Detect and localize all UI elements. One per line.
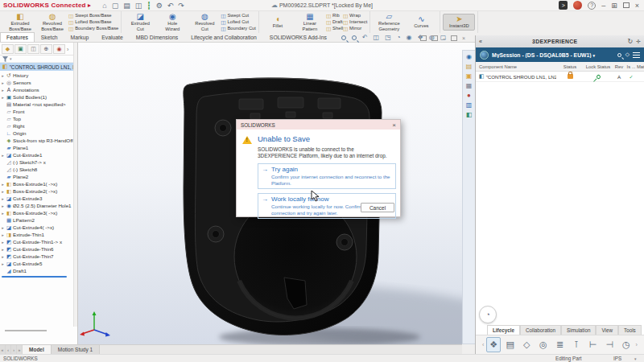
tree-item-origin[interactable]: ∟Origin <box>0 130 73 137</box>
ribbon-small-button[interactable]: ◫Boundary Cut <box>221 26 256 31</box>
save-icon[interactable]: ◫ <box>135 2 142 10</box>
3dexperience-pane-icon[interactable]: ◉ <box>466 53 472 60</box>
tree-item-stock-from-stp-r3-handoff-btc[interactable]: ◈Stock-from stp R3-HandOff-BTC <box>0 137 73 144</box>
tab-evaluate[interactable]: Evaluate <box>95 32 129 42</box>
panel-tab-collaboration[interactable]: Collaboration <box>520 325 561 335</box>
try-again-option[interactable]: →Try again Confirm your internet connect… <box>258 163 396 189</box>
design-library-icon[interactable]: ▤ <box>466 63 473 70</box>
ribbon-small-button[interactable]: ◫Rib <box>326 13 343 19</box>
refresh-icon[interactable]: ↻ <box>627 38 633 45</box>
sync-status-icon[interactable]: ◎ <box>536 337 551 352</box>
tree-item-boss-extrude1-x[interactable]: ▸◧Boss-Extrude1( ->x) <box>0 180 73 187</box>
tree-item-cut-extrude-thin1-x[interactable]: ▸◩Cut-Extrude-Thin1-> x <box>0 238 73 245</box>
reference-geometry-button[interactable]: ▱Reference Geometry <box>373 12 405 31</box>
tree-item-top[interactable]: ▱Top <box>0 115 73 122</box>
tree-scrollbar[interactable] <box>73 43 77 327</box>
extruded-cut-button[interactable]: ◪Extruded Cut <box>124 12 156 31</box>
tag-icon[interactable]: ⬦ <box>625 51 630 59</box>
restore-doc-icon[interactable] <box>451 35 457 41</box>
tab-mbd-dimensions[interactable]: MBD Dimensions <box>130 32 185 42</box>
tree-item-material-not-specified[interactable]: ▤Material <not specified> <box>0 101 73 108</box>
expand-caret-icon[interactable]: ▸ <box>0 182 6 187</box>
view-orientation-icon[interactable]: ◳ <box>385 34 391 41</box>
expand-caret-icon[interactable]: ▸ <box>0 211 6 216</box>
history-clock-icon[interactable]: ◷ <box>619 337 634 352</box>
section-view-icon[interactable]: ◫ <box>374 34 380 41</box>
tree-item-2-5-2-5-diameter-hole1[interactable]: ▸◉Ø2.5 (2.5) Diameter Hole1 <box>0 202 73 209</box>
expand-caret-icon[interactable]: ▸ <box>0 196 6 201</box>
show-pane-icon[interactable] <box>420 35 427 41</box>
column-header-status[interactable]: Status <box>556 64 584 69</box>
tree-item-boss-extrude2-x[interactable]: ▸◧Boss-Extrude2( ->x) <box>0 187 73 195</box>
column-header-matu[interactable]: Matu <box>637 64 644 69</box>
fm-tabs-overflow-icon[interactable]: › <box>67 47 68 52</box>
component-table-row[interactable]: ◧"CONTROL SHROUD LN1, LN2" A ✓ <box>476 72 644 82</box>
tree-item-lpattern2[interactable]: ▦LPattern2 <box>0 216 73 224</box>
relations-list-icon[interactable]: ≣ <box>553 337 568 352</box>
column-header-is-[interactable]: Is ... <box>625 64 637 69</box>
panel-tab-view[interactable]: View <box>596 325 618 335</box>
panel-tab-lifecycle[interactable]: Lifecycle <box>487 325 520 335</box>
ribbon-small-button[interactable]: ◫Boundary Boss/Base <box>68 26 118 31</box>
revolved-boss-button[interactable]: ◍Revolved Boss/Base <box>36 12 68 31</box>
tree-item-extrude-thin1[interactable]: ▸◨Extrude-Thin1 <box>0 231 73 238</box>
expand-caret-icon[interactable]: ▸ <box>0 80 6 85</box>
tab-lifecycle-and-collaboration[interactable]: Lifecycle and Collaboration <box>184 32 263 42</box>
ribbon-small-button[interactable]: ◫Lofted Boss/Base <box>68 19 118 25</box>
linear-pattern-button[interactable]: ▦Linear Pattern <box>294 12 326 31</box>
tree-item-sensors[interactable]: ▸◎Sensors <box>0 79 73 86</box>
dialog-close-icon[interactable]: × <box>392 121 396 129</box>
tree-item-plane1[interactable]: ▰Plane1 <box>0 144 73 151</box>
3dx-launcher-icon[interactable]: > <box>559 1 568 10</box>
expand-caret-icon[interactable]: ▸ <box>0 95 6 100</box>
view-palette-icon[interactable]: ▦ <box>466 82 473 89</box>
file-explorer-icon[interactable]: ▣ <box>466 72 473 80</box>
hide-show-items-icon[interactable]: ◉ <box>407 34 412 41</box>
open-file-icon[interactable]: ▤ <box>123 2 130 10</box>
tree-item-cut-extrude1[interactable]: ▸◪Cut-Extrude1 <box>0 151 73 158</box>
configuration-manager-tab-icon[interactable]: ◫ <box>27 44 39 54</box>
options-gear-icon[interactable]: ⚙ <box>156 2 163 10</box>
tab-sketch[interactable]: Sketch <box>35 32 64 42</box>
tree-item-draft1[interactable]: ◢Draft1 <box>0 267 73 274</box>
ribbon-small-button[interactable]: ◫Swept Boss/Base <box>68 13 118 19</box>
ribbon-small-button[interactable]: ◫Swept Cut <box>221 13 256 19</box>
tree-item-right[interactable]: ▱Right <box>0 122 73 130</box>
user-avatar[interactable] <box>573 1 582 10</box>
show-pane2-icon[interactable] <box>431 35 438 41</box>
custom-properties-icon[interactable]: ▥ <box>466 101 473 109</box>
units-selector[interactable]: IPS <box>613 356 621 361</box>
toolbar-scroll-right-icon[interactable]: › <box>636 342 638 348</box>
expand-caret-icon[interactable]: ▸ <box>0 232 6 237</box>
ribbon-small-button[interactable]: ◫Draft <box>326 19 343 25</box>
extruded-boss-button[interactable]: ◧Extruded Boss/Base <box>4 12 36 31</box>
cancel-button[interactable]: Cancel <box>361 203 394 212</box>
ribbon-small-button[interactable]: ◫Mirror <box>343 26 367 31</box>
replace-version-icon[interactable]: ⊢ <box>586 337 601 352</box>
tree-item-solid-bodies-1[interactable]: ▸▣Solid Bodies(1) <box>0 93 73 101</box>
minimize-icon[interactable]: – <box>601 2 605 10</box>
zoom-area-icon[interactable] <box>352 35 357 40</box>
insert-component-icon[interactable]: ⊺ <box>569 337 584 352</box>
expand-caret-icon[interactable]: ▸ <box>0 254 6 259</box>
tree-item-history[interactable]: ▸↺History <box>0 72 73 79</box>
previous-view-icon[interactable]: ↶ <box>362 34 368 41</box>
help-icon[interactable]: ? <box>588 2 596 10</box>
instant3d-button[interactable]: ➤Instant3D <box>443 14 475 30</box>
hole-wizard-button[interactable]: ◉Hole Wizard <box>156 12 188 31</box>
undo-icon[interactable]: ↶ <box>167 2 174 10</box>
zoom-fit-icon[interactable] <box>341 35 346 40</box>
close-icon[interactable]: × <box>635 2 639 10</box>
tab-nav-prev-icon[interactable]: ‹ <box>6 345 11 354</box>
tab-features[interactable]: Features <box>0 32 35 42</box>
tab-markup[interactable]: Markup <box>64 32 96 42</box>
save-to-platform-icon[interactable]: ❖ <box>486 337 501 352</box>
model-tab-model[interactable]: Model <box>23 345 52 354</box>
menu-icon[interactable] <box>633 52 640 58</box>
tab-nav-first-icon[interactable]: « <box>0 345 6 354</box>
tab-solidworks-add-ins[interactable]: SOLIDWORKS Add-Ins <box>263 32 333 42</box>
tree-root-item[interactable]: ◧ "CONTROL SHROUD LN1, LN2" <A> <box>0 63 77 71</box>
close-doc-icon[interactable]: × <box>462 35 465 41</box>
appearances-icon[interactable]: ● <box>467 92 471 99</box>
tree-item-cut-extrude4-x[interactable]: ▸◪Cut-Extrude4( ->x) <box>0 224 73 231</box>
